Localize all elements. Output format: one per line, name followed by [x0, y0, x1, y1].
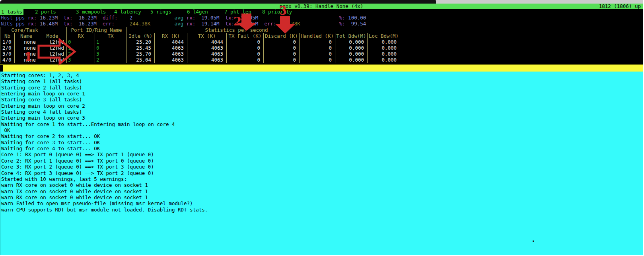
stat-segment: [132, 15, 174, 21]
stat-segment: 19.05M: [195, 15, 219, 21]
group-header-row: Core/TaskPort ID/Ring NameStatistics per…: [0, 27, 400, 33]
stat-segment: 99.54: [345, 21, 366, 27]
stat-segment: 16.48M: [37, 21, 58, 27]
table-cell: 0: [264, 51, 300, 57]
table-cell: 0.000: [368, 57, 400, 63]
stat-segment: avg: [175, 21, 184, 27]
table-cell: 1/0: [0, 39, 15, 45]
column-header: Tot Bdw(M): [335, 33, 368, 39]
table-cell: 0: [227, 51, 264, 57]
stat-segment: 16.23M: [37, 15, 58, 21]
table-cell: 3: [95, 51, 126, 57]
column-header: Idle (%): [126, 33, 155, 39]
table-cell: 4/0: [0, 57, 15, 63]
stat-segment: 16.23M: [73, 15, 97, 21]
stat-segment: 2: [118, 15, 133, 21]
tab-6-l4gen[interactable]: 6 l4gen: [186, 9, 209, 15]
column-header: TX (K): [187, 33, 227, 39]
table-cell: 0: [227, 57, 264, 63]
table-row: 4/0nonel2fwd3225.04406340630000.0000.000: [0, 57, 400, 63]
stat-segment: [150, 21, 174, 27]
column-header: Discard (K): [264, 33, 300, 39]
table-cell: 4044: [155, 39, 187, 45]
stat-segment: 19.14M: [195, 21, 219, 27]
stat-segment: 187.38K: [276, 21, 300, 27]
table-cell: 0: [300, 57, 335, 63]
group-header: Statistics per second: [126, 27, 400, 33]
column-header: Mode: [38, 33, 67, 39]
annotation-label-2: 2: [233, 16, 241, 27]
annotation-label-3: 3: [279, 5, 287, 17]
annotation-label-1: 1: [24, 51, 33, 63]
table-cell: 0: [95, 45, 126, 51]
table-cell: 25.70: [126, 51, 155, 57]
table-row: 1/0nonel2fwd0125.20404440440000.0000.000: [0, 39, 400, 45]
group-header: Core/Task: [0, 27, 67, 33]
table-cell: 0: [264, 57, 300, 63]
table-cell: 4063: [155, 51, 187, 57]
table-body: 1/0nonel2fwd0125.20404440440000.0000.000…: [0, 39, 400, 63]
console-log-area: Starting cores: 1, 2, 3, 4 Starting core…: [0, 72, 643, 255]
table-cell: 0: [264, 45, 300, 51]
stat-segment: 16.23M: [73, 21, 97, 27]
table-cell: 25.20: [126, 39, 155, 45]
host-stats-line: Host pps rx: 16.23M tx: 16.23M diff: 2 a…: [1, 15, 366, 21]
table-cell: 0: [300, 51, 335, 57]
table-cell: 3/0: [0, 51, 15, 57]
column-header-row: NbNameModeRXTXIdle (%)RX (K)TX (K)TX Fai…: [0, 33, 400, 39]
table-cell: l2fwd: [38, 57, 67, 63]
table-cell: 25.45: [126, 45, 155, 51]
stat-segment: [300, 21, 339, 27]
table-cell: 1: [95, 39, 126, 45]
table-cell: 25.04: [126, 57, 155, 63]
tab-4-latency[interactable]: 4 latency: [113, 9, 142, 15]
tab-2-ports[interactable]: 2 ports: [34, 9, 57, 15]
tab-bar: 1 tasks2 ports3 mempools4 latency5 rings…: [0, 9, 643, 15]
terminal-stats-panel: 1 tasks2 ports3 mempools4 latency5 rings…: [0, 9, 643, 64]
table-cell: 2: [67, 51, 95, 57]
table-cell: l2fwd: [38, 51, 67, 57]
stat-segment: 100.00: [345, 15, 366, 21]
tab-1-tasks[interactable]: 1 tasks: [0, 9, 23, 15]
stat-segment: tx:: [58, 15, 73, 21]
table-cell: l2fwd: [38, 39, 67, 45]
table-row: 3/0nonel2fwd2325.70406340630000.0000.000: [0, 51, 400, 57]
column-header: Name: [15, 33, 38, 39]
tab-7-pkt-len[interactable]: 7 pkt len: [223, 9, 253, 15]
stat-segment: 244.38K: [115, 21, 150, 27]
nics-stats-line: NICs pps rx: 16.48M tx: 16.23M err: 244.…: [1, 21, 366, 27]
table-cell: 4063: [187, 51, 227, 57]
stray-dot: [533, 240, 534, 242]
table-cell: none: [15, 39, 38, 45]
tab-5-rings[interactable]: 5 rings: [149, 9, 173, 15]
table-cell: 2: [95, 57, 126, 63]
table-row: 2/0nonel2fwd1025.45406340630000.0000.000: [0, 45, 400, 51]
column-header: Handled (K): [300, 33, 335, 39]
table-cell: 0.000: [335, 39, 368, 45]
stat-segment: Host pps: [1, 15, 25, 21]
table-cell: 0: [300, 39, 335, 45]
tab-3-mempools[interactable]: 3 mempools: [75, 9, 107, 15]
table-cell: 0.000: [335, 57, 368, 63]
table-cell: l2fwd: [38, 45, 67, 51]
table-cell: 3: [67, 57, 95, 63]
uptime-counter: 1812 (1806) up: [599, 4, 641, 9]
table-cell: 2/0: [0, 45, 15, 51]
stat-segment: tx:: [58, 21, 73, 27]
stat-segment: tx:: [219, 15, 234, 21]
table-cell: 0: [227, 45, 264, 51]
table-cell: 4063: [187, 57, 227, 63]
table-cell: 0.000: [335, 51, 368, 57]
table-cell: 0.000: [368, 45, 400, 51]
table-cell: 0: [300, 45, 335, 51]
table-cell: 1: [67, 45, 95, 51]
stat-segment: rx:: [25, 15, 37, 21]
table-cell: 0.000: [335, 45, 368, 51]
table-cell: 4063: [155, 45, 187, 51]
tab-8-priority[interactable]: 8 priority: [261, 9, 293, 15]
stat-segment: diff:: [97, 15, 118, 21]
group-header: Port ID/Ring Name: [67, 27, 126, 33]
table-cell: 4044: [187, 39, 227, 45]
divider-left-notch: [0, 65, 3, 72]
stat-segment: tx:: [219, 21, 234, 27]
